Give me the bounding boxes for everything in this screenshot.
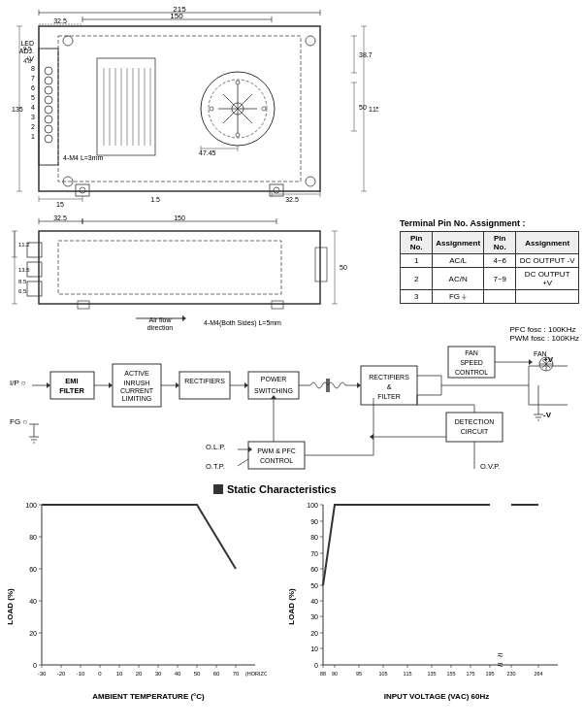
svg-text:90: 90 xyxy=(310,518,318,525)
svg-text:70: 70 xyxy=(233,671,240,677)
svg-text:80: 80 xyxy=(29,534,37,541)
block-diagram: I/P ○ FG ○ EMI FILTER ACTIVE INRUSH CURR… xyxy=(5,345,577,485)
svg-text:FAN: FAN xyxy=(465,349,478,356)
svg-marker-202 xyxy=(248,447,252,452)
svg-rect-118 xyxy=(58,241,281,294)
svg-text:4-M4(Both Sides) L=5mm: 4-M4(Both Sides) L=5mm xyxy=(204,319,281,327)
svg-text:80: 80 xyxy=(310,534,318,541)
svg-text:LOAD (%): LOAD (%) xyxy=(287,588,296,625)
svg-marker-147 xyxy=(176,382,179,388)
svg-text:60: 60 xyxy=(29,566,37,573)
svg-point-25 xyxy=(45,77,52,84)
svg-point-24 xyxy=(45,67,52,75)
svg-text:264: 264 xyxy=(534,671,542,677)
svg-text:195: 195 xyxy=(485,671,494,677)
svg-text:9.5: 9.5 xyxy=(23,46,32,51)
svg-text:Air flow: Air flow xyxy=(149,316,173,323)
pwm-line2: PWM fosc : 100KHz xyxy=(509,334,579,343)
svg-text:0: 0 xyxy=(98,671,102,677)
svg-text:50: 50 xyxy=(194,671,201,677)
svg-rect-79 xyxy=(76,184,89,196)
svg-text:CIRCUIT: CIRCUIT xyxy=(461,428,489,435)
svg-point-34 xyxy=(306,36,315,46)
svg-point-47 xyxy=(262,107,266,111)
svg-text:&: & xyxy=(387,383,392,390)
svg-rect-101 xyxy=(39,231,320,304)
svg-text:≈: ≈ xyxy=(498,659,503,670)
svg-rect-178 xyxy=(446,413,503,442)
input-voltage-chart: LOAD (%) 0 10 20 30 40 50 60 70 80 90 xyxy=(286,495,582,709)
svg-marker-192 xyxy=(529,359,533,365)
svg-text:90: 90 xyxy=(332,671,338,677)
svg-line-204 xyxy=(238,459,248,466)
svg-text:INPUT VOLTAGE (VAC) 60Hz: INPUT VOLTAGE (VAC) 60Hz xyxy=(384,692,489,701)
svg-point-28 xyxy=(45,106,52,114)
svg-text:-V: -V xyxy=(543,411,552,419)
svg-text:95: 95 xyxy=(356,671,362,677)
svg-text:230: 230 xyxy=(506,671,515,677)
svg-text:105: 105 xyxy=(378,671,387,677)
svg-point-45 xyxy=(236,133,240,137)
svg-text:155: 155 xyxy=(446,671,455,677)
svg-text:I/P ○: I/P ○ xyxy=(10,379,26,387)
svg-text:FILTER: FILTER xyxy=(59,386,84,395)
svg-text:10: 10 xyxy=(116,671,123,677)
svg-text:EMI: EMI xyxy=(65,377,78,385)
svg-text:40: 40 xyxy=(29,598,37,605)
svg-text:8: 8 xyxy=(31,65,35,72)
svg-text:0: 0 xyxy=(33,662,37,669)
svg-marker-212 xyxy=(370,434,373,440)
svg-text:115: 115 xyxy=(403,671,411,677)
col-pin-no-2: Pin No. xyxy=(484,232,516,254)
svg-text:DETECTION: DETECTION xyxy=(455,418,494,425)
svg-text:60: 60 xyxy=(310,566,318,573)
title-square xyxy=(213,484,223,494)
pin-table-title: Terminal Pin No. Assignment : xyxy=(400,218,579,228)
svg-marker-151 xyxy=(244,382,248,388)
ambient-temp-chart: LOAD (%) 0 20 40 60 80 100 -30 -20 xyxy=(5,495,267,709)
svg-text:30: 30 xyxy=(155,671,162,677)
svg-text:6.5: 6.5 xyxy=(18,288,27,294)
svg-text:RECTIFIERS: RECTIFIERS xyxy=(369,374,409,381)
svg-text:SPEED: SPEED xyxy=(460,359,483,366)
svg-rect-119 xyxy=(78,301,89,309)
pin-table-grid: Pin No. Assignment Pin No. Assignment 1A… xyxy=(400,231,579,304)
svg-text:-10: -10 xyxy=(77,671,85,677)
svg-text:47.45: 47.45 xyxy=(199,149,216,156)
svg-point-31 xyxy=(45,135,52,143)
svg-marker-135 xyxy=(47,382,50,388)
svg-text:2: 2 xyxy=(31,123,35,130)
svg-text:0: 0 xyxy=(314,662,318,669)
svg-text:150: 150 xyxy=(174,215,185,221)
svg-text:150: 150 xyxy=(170,12,183,20)
svg-text:15: 15 xyxy=(56,201,64,208)
svg-text:38.7: 38.7 xyxy=(359,51,373,58)
svg-text:32.5: 32.5 xyxy=(53,17,67,24)
svg-text:6: 6 xyxy=(31,84,35,91)
pin-assignment-table: Terminal Pin No. Assignment : Pin No. As… xyxy=(400,218,579,304)
svg-text:-20: -20 xyxy=(57,671,66,677)
svg-text:135: 135 xyxy=(12,106,23,113)
svg-text:(HORIZONTAL): (HORIZONTAL) xyxy=(245,671,267,677)
svg-point-27 xyxy=(45,96,52,104)
pfc-note: PFC fosc : 100KHz PWM fosc : 100KHz xyxy=(509,325,579,343)
svg-text:70: 70 xyxy=(310,550,318,557)
page: 215 150 32.5 LED ADJ. +V 8 7 6 5 4 xyxy=(0,0,584,728)
static-title-text: Static Characteristics xyxy=(227,483,337,495)
svg-text:11.2: 11.2 xyxy=(18,242,30,248)
svg-text:40: 40 xyxy=(310,598,318,605)
svg-point-26 xyxy=(45,86,52,94)
svg-text:100: 100 xyxy=(307,502,318,509)
svg-text:115: 115 xyxy=(369,106,378,113)
svg-text:175: 175 xyxy=(466,671,474,677)
svg-text:LIMITING: LIMITING xyxy=(122,395,151,402)
svg-text:4.8: 4.8 xyxy=(23,58,32,64)
svg-text:50: 50 xyxy=(310,582,318,589)
pfc-line1: PFC fosc : 100KHz xyxy=(509,325,579,334)
svg-text:direction: direction xyxy=(147,324,174,331)
svg-text:AMBIENT TEMPERATURE (°C): AMBIENT TEMPERATURE (°C) xyxy=(92,692,205,701)
svg-point-82 xyxy=(274,187,279,193)
svg-text:30: 30 xyxy=(310,613,318,620)
svg-text:50: 50 xyxy=(359,104,367,111)
svg-text:SWITCHING: SWITCHING xyxy=(254,387,293,394)
